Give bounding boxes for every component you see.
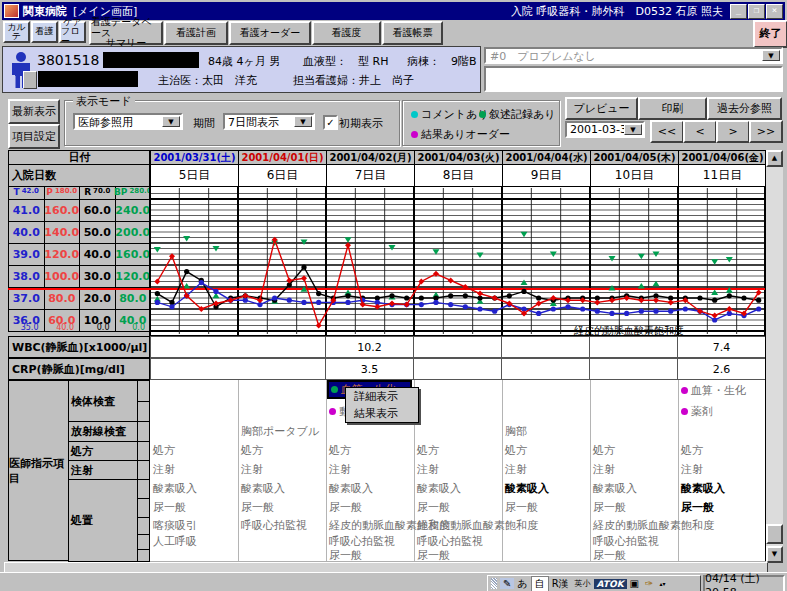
refresh-button[interactable]: 最新表示 [8,99,60,124]
toolbar-button-5[interactable]: 看護帳票 [382,21,443,45]
toolbar-button-4[interactable]: 看護度 [312,21,381,45]
ime-spin-icon[interactable]: ▴▾ [656,580,668,587]
initial-display-checkbox[interactable]: ✓ [323,115,338,130]
order-cell[interactable]: 処方 [417,442,439,459]
order-cell[interactable]: 処方 [329,442,351,459]
print-button[interactable]: 印刷 [638,97,707,120]
order-cell[interactable]: 処方 [153,442,175,459]
lab-value-cell: 3.5 [326,358,414,380]
order-cell[interactable]: 尿一般 [329,499,362,516]
order-cell[interactable]: 酸素吸入 [505,480,549,497]
order-cell[interactable]: 尿一般 [593,499,626,516]
order-cell[interactable]: 尿一般 [417,499,450,516]
order-cell[interactable]: 尿一般 [153,499,186,516]
chevron-down-icon[interactable]: ▼ [762,50,780,61]
scroll-thumb[interactable] [766,524,783,544]
toolbar-button-1[interactable]: 看護データベースサマリー [89,21,163,45]
order-cell[interactable]: 注射 [329,461,351,478]
toolbar-button-2[interactable]: 看護計画 [164,21,228,45]
exit-button[interactable]: 終了 [753,20,787,48]
scroll-down-button[interactable]: ▼ [766,546,783,563]
order-cell[interactable]: 酸素吸入 [681,480,725,497]
drag-handle[interactable] [491,578,497,589]
order-cell[interactable]: 人工呼吸 [153,535,197,548]
order-cell[interactable]: 酸素吸入 [153,480,197,497]
ime-mode-rkan[interactable]: R漢 [549,577,572,591]
date-cell-6[interactable]: 2001/04/05(木) [590,150,679,165]
order-cell[interactable]: 処方 [505,442,527,459]
order-cell[interactable]: 酸素吸入 [417,480,461,497]
toolbar-button-3[interactable]: 看護オーダー [229,21,311,45]
order-cell[interactable]: 注射 [505,461,527,478]
ime-mode-eisho[interactable]: 英小 [572,578,594,589]
order-cell[interactable]: 注射 [681,461,703,478]
scroll-up-button[interactable]: ▲ [766,150,783,167]
nav-prev-button[interactable]: < [683,120,717,143]
date-cell-1[interactable]: 2001/03/31(土) [150,150,239,165]
record-date-select[interactable]: 2001-03-31 ▼ [565,121,645,138]
date-cell-2[interactable]: 2001/04/01(日) [238,150,327,165]
order-cell[interactable]: 処方 [681,442,703,459]
order-cell[interactable]: 酸素吸入 [241,480,285,497]
chevron-down-icon[interactable]: ▼ [162,116,180,127]
ime-mode-ji[interactable]: 自 [531,576,549,591]
order-cell[interactable]: 尿一般 [241,499,274,516]
order-cell[interactable]: 処方 [593,442,615,459]
problem-select[interactable]: #0 プロブレムなし ▼ [484,47,783,64]
order-cell[interactable]: 呼吸心拍監視 [593,535,659,548]
order-cell[interactable]: 経皮的動脈血酸素飽和度 [417,518,538,533]
nav-next-button[interactable]: > [716,120,750,143]
ime-pen-icon[interactable]: ✎ [500,578,514,589]
date-cell-4[interactable]: 2001/04/03(火) [414,150,503,165]
order-cell[interactable]: 胸部ポータブル [241,422,319,440]
order-cell[interactable]: 胸部 [505,422,527,440]
atok-badge[interactable]: ATOK [594,579,627,589]
order-cell[interactable]: 薬剤 [681,402,713,420]
date-cell-5[interactable]: 2001/04/04(水) [502,150,591,165]
toolbar-tab-3[interactable]: ケアフロー [59,21,86,43]
nav-last-button[interactable]: >> [749,120,783,143]
item-config-button[interactable]: 項目設定 [8,124,60,149]
nav-first-button[interactable]: << [650,120,684,143]
chevron-down-icon[interactable]: ▼ [294,116,312,127]
preview-button[interactable]: プレビュー [565,97,638,120]
ime-panel-icon[interactable]: ▣ [627,578,642,589]
order-cell[interactable]: 尿一般 [593,550,626,560]
order-cell[interactable]: 喀痰吸引 [153,518,197,533]
order-row: 尿一般尿一般尿一般 [150,549,766,562]
menu-item-detail[interactable]: 詳細表示 [346,388,418,405]
order-cell[interactable]: 酸素吸入 [593,480,637,497]
past-reference-button[interactable]: 過去分参照 [707,97,782,120]
toolbar-tab-2[interactable]: 看護 [31,21,58,43]
order-cell[interactable]: 尿一般 [681,499,714,516]
order-cell[interactable]: 呼吸心拍監視 [241,518,307,533]
order-cell[interactable]: 血算・生化 [681,381,746,400]
order-cell[interactable]: 経皮的動脈血酸素飽和度 [593,518,714,533]
menu-item-result[interactable]: 結果表示 [346,405,418,422]
vertical-scrollbar[interactable]: ▲ ▼ [766,150,783,563]
order-cell[interactable]: 注射 [153,461,175,478]
chevron-down-icon[interactable]: ▼ [624,124,642,135]
order-cell[interactable]: 注射 [593,461,615,478]
maximize-button[interactable]: ❐ [748,4,765,19]
date-cell-7[interactable]: 2001/04/06(金) [678,150,767,165]
ime-mode-a[interactable]: あ [514,577,530,591]
order-cell[interactable]: 注射 [417,461,439,478]
order-cell[interactable]: 注射 [241,461,263,478]
order-cell[interactable]: 尿一般 [505,499,538,516]
order-cell[interactable]: 呼吸心拍監視 [417,535,483,548]
order-cell[interactable]: 処方 [241,442,263,459]
date-cell-3[interactable]: 2001/04/02(月) [326,150,415,165]
close-button[interactable]: × [766,4,783,19]
order-cell[interactable]: 酸素吸入 [329,480,373,497]
display-mode-select[interactable]: 医師参照用 ▼ [73,113,183,130]
patient-misc-box[interactable] [23,71,37,89]
order-cell[interactable]: 尿一般 [329,550,362,560]
comment-textarea[interactable] [484,66,783,92]
minimize-button[interactable]: _ [730,4,747,19]
period-select[interactable]: 7日間表示 ▼ [223,113,315,130]
ime-brush-icon[interactable]: ✑ [642,578,656,589]
order-cell[interactable]: 尿一般 [417,550,450,560]
toolbar-tab-1[interactable]: カルテ [3,21,30,43]
order-cell[interactable]: 呼吸心拍監視 [329,535,395,548]
